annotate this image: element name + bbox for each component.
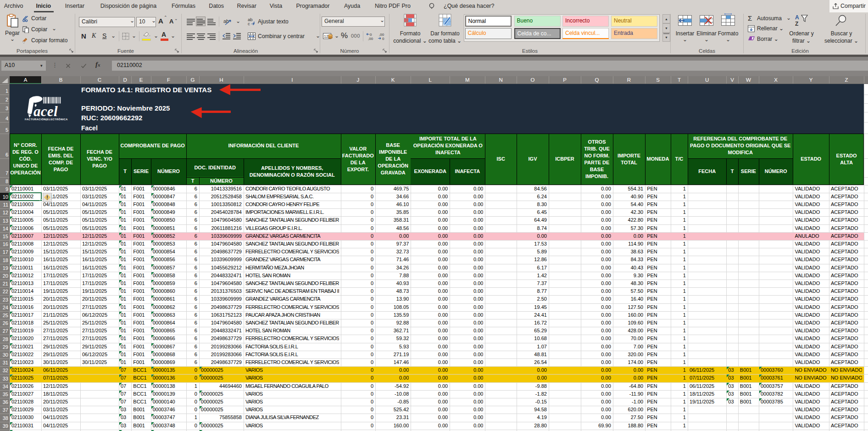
svg-text:ab: ab <box>223 18 229 24</box>
svg-text:c: c <box>248 21 250 26</box>
svg-text:,00: ,00 <box>368 37 373 40</box>
svg-text:,00: ,00 <box>379 33 384 37</box>
svg-text:0: 0 <box>382 37 384 40</box>
svg-text:0: 0 <box>370 33 372 37</box>
svg-text:Z: Z <box>795 21 798 27</box>
svg-text:acel: acel <box>33 103 58 119</box>
svg-text:A: A <box>795 14 799 21</box>
svg-text:FACTURACIÓN|ELECTRÓNICA: FACTURACIÓN|ELECTRÓNICA <box>25 118 68 121</box>
